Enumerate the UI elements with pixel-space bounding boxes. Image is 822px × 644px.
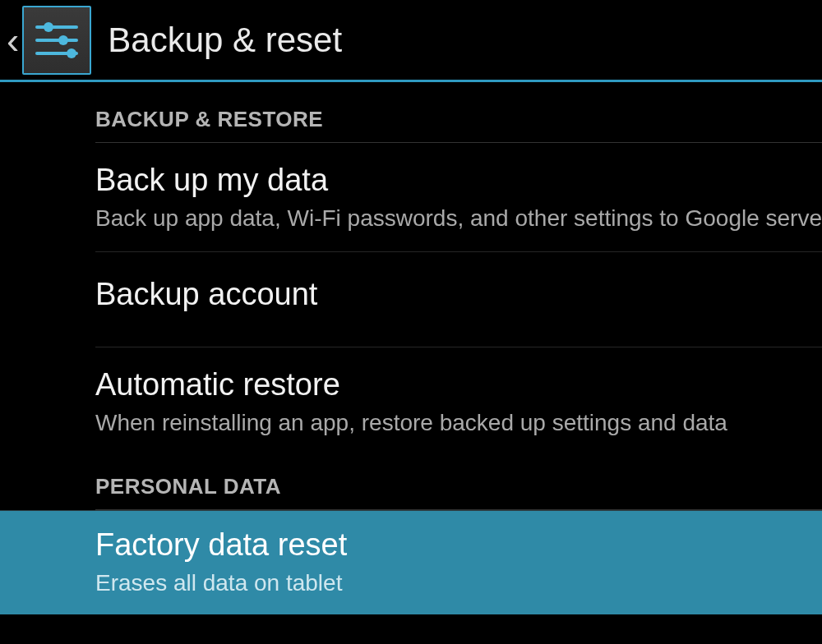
- page-title: Backup & reset: [108, 21, 342, 60]
- svg-point-1: [44, 22, 53, 32]
- settings-sliders-icon[interactable]: [22, 6, 91, 75]
- section-header-backup-restore: Backup & Restore: [95, 82, 822, 143]
- row-title: Back up my data: [95, 163, 822, 199]
- action-bar: ‹ Backup & reset: [0, 0, 822, 82]
- row-subtitle: Erases all data on tablet: [95, 564, 822, 596]
- row-automatic-restore[interactable]: Automatic restore When reinstalling an a…: [95, 347, 822, 456]
- section-header-personal-data: Personal Data: [95, 456, 822, 510]
- row-title: Backup account: [95, 277, 822, 313]
- back-icon[interactable]: ‹: [5, 21, 21, 59]
- settings-list: Backup & Restore Back up my data Back up…: [0, 82, 822, 510]
- svg-point-3: [58, 35, 68, 45]
- row-title: Automatic restore: [95, 367, 822, 403]
- row-factory-data-reset[interactable]: Factory data reset Erases all data on ta…: [0, 510, 822, 614]
- row-backup-account[interactable]: Backup account: [95, 252, 822, 348]
- row-subtitle: When reinstalling an app, restore backed…: [95, 403, 822, 436]
- svg-point-5: [67, 48, 76, 58]
- row-title: Factory data reset: [95, 527, 822, 564]
- row-back-up-my-data[interactable]: Back up my data Back up app data, Wi-Fi …: [95, 143, 822, 252]
- row-subtitle: Back up app data, Wi-Fi passwords, and o…: [95, 199, 822, 232]
